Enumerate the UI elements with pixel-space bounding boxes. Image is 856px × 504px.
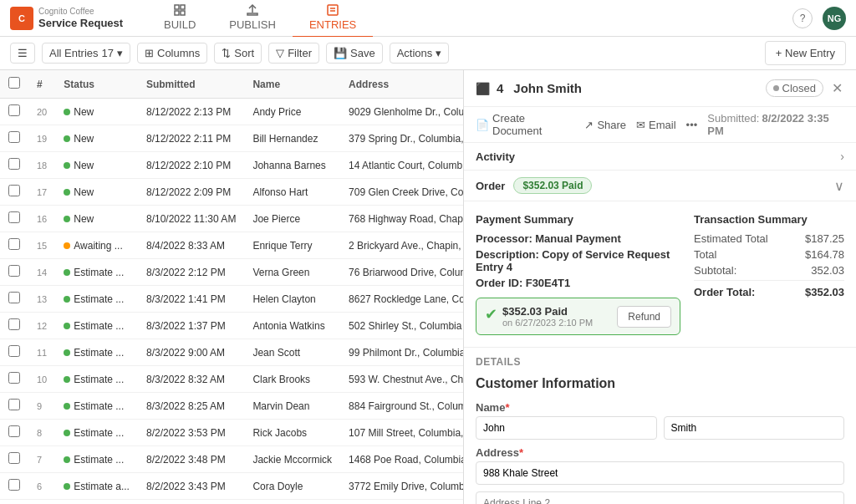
row-checkbox[interactable] xyxy=(8,131,20,143)
table-row[interactable]: 15 Awaiting ... 8/4/2022 8:33 AM Enrique… xyxy=(0,232,463,259)
detail-header: ⬛ 4 John Smith Closed ✕ xyxy=(464,70,856,107)
row-submitted: 8/12/2022 2:13 PM xyxy=(138,99,244,125)
svg-rect-1 xyxy=(181,5,185,9)
row-submitted: 8/3/2022 2:12 PM xyxy=(138,259,244,286)
row-checkbox[interactable] xyxy=(8,211,20,223)
sort-btn[interactable]: ⇅ Sort xyxy=(214,43,262,64)
save-label: Save xyxy=(350,47,375,59)
row-submitted: 8/3/2022 8:32 AM xyxy=(138,366,244,393)
nav-right: ? NG xyxy=(792,7,846,30)
all-entries-select[interactable]: All Entries 17 ▾ xyxy=(42,43,130,64)
col-submitted: Submitted xyxy=(138,70,244,99)
actions-btn[interactable]: Actions ▾ xyxy=(390,43,450,64)
row-name: Rick Jacobs xyxy=(244,420,340,446)
row-checkbox[interactable] xyxy=(8,479,20,491)
save-btn[interactable]: 💾 Save xyxy=(326,43,383,64)
row-checkbox[interactable] xyxy=(8,318,20,330)
filter-icon: ▽ xyxy=(276,47,284,59)
address2-input[interactable] xyxy=(476,491,844,504)
help-icon[interactable]: ? xyxy=(792,8,813,28)
row-checkbox[interactable] xyxy=(8,425,20,437)
table-row[interactable]: 8 Estimate ... 8/2/2022 3:53 PM Rick Jac… xyxy=(0,420,463,446)
row-submitted: 8/4/2022 8:33 AM xyxy=(138,232,244,259)
email-label: Email xyxy=(649,119,676,131)
row-checkbox[interactable] xyxy=(8,238,20,250)
description-row: Description: Copy of Service Request Ent… xyxy=(476,248,680,273)
table-row[interactable]: 6 Estimate a... 8/2/2022 3:43 PM Cora Do… xyxy=(0,473,463,500)
row-checkbox[interactable] xyxy=(8,452,20,464)
row-status: New xyxy=(55,206,138,232)
row-submitted: 8/3/2022 9:00 AM xyxy=(138,339,244,366)
order-badge[interactable]: $352.03 Paid xyxy=(513,177,592,194)
table-row[interactable]: 18 New 8/12/2022 2:10 PM Johanna Barnes … xyxy=(0,152,463,179)
nav-tab-entries[interactable]: ENTRIES xyxy=(293,0,373,38)
row-checkbox[interactable] xyxy=(8,399,20,410)
row-num: 6 xyxy=(28,473,55,500)
address2-row xyxy=(476,491,844,504)
refund-btn[interactable]: Refund xyxy=(617,306,671,328)
processor-row: Processor: Manual Payment xyxy=(476,232,680,245)
row-checkbox[interactable] xyxy=(8,372,20,384)
create-doc-label: Create Document xyxy=(492,112,574,137)
nav-tab-build[interactable]: BUILD xyxy=(147,0,212,38)
more-actions-btn[interactable]: ••• xyxy=(686,119,698,131)
select-all-checkbox[interactable] xyxy=(8,77,20,89)
row-address: 8627 Rockledge Lane, Columbia, South Car… xyxy=(340,286,463,313)
row-name: Enrique Terry xyxy=(244,232,340,259)
first-name-input[interactable] xyxy=(476,416,657,440)
row-name: Antonia Watkins xyxy=(244,313,340,339)
user-avatar[interactable]: NG xyxy=(823,7,846,30)
row-status: Estimate ... xyxy=(55,393,138,420)
transaction-title: Transaction Summary xyxy=(694,213,844,226)
collapse-icon: ☰ xyxy=(18,47,28,59)
table-row[interactable]: 20 New 8/12/2022 2:13 PM Andy Price 9029… xyxy=(0,99,463,125)
activity-section[interactable]: Activity › xyxy=(464,143,856,171)
table-row[interactable]: 12 Estimate ... 8/3/2022 1:37 PM Antonia… xyxy=(0,313,463,339)
paid-amount: $352.03 Paid xyxy=(502,305,593,318)
table-row[interactable]: 9 Estimate ... 8/3/2022 8:25 AM Marvin D… xyxy=(0,393,463,420)
row-checkbox[interactable] xyxy=(8,292,20,303)
paid-date: on 6/27/2023 2:10 PM xyxy=(502,318,593,328)
table-row[interactable]: 16 New 8/10/2022 11:30 AM Joe Pierce 768… xyxy=(0,206,463,232)
table-row[interactable]: 13 Estimate ... 8/3/2022 1:41 PM Helen C… xyxy=(0,286,463,313)
table-row[interactable]: 10 Estimate ... 8/3/2022 8:32 AM Clark B… xyxy=(0,366,463,393)
table-row[interactable]: 11 Estimate ... 8/3/2022 9:00 AM Jean Sc… xyxy=(0,339,463,366)
row-checkbox[interactable] xyxy=(8,265,20,277)
columns-btn[interactable]: ⊞ Columns xyxy=(137,43,207,64)
table-row[interactable]: 5 Estimate ... 8/2/2022 3:38 PM Cesar Al… xyxy=(0,500,463,505)
last-name-input[interactable] xyxy=(664,416,845,440)
entries-table: # Status Submitted Name Address Pho 20 N… xyxy=(0,70,463,504)
order-collapse-btn[interactable]: ∨ xyxy=(834,178,844,194)
create-document-link[interactable]: 📄 Create Document xyxy=(476,112,574,137)
email-link[interactable]: ✉ Email xyxy=(636,119,676,131)
new-entry-btn[interactable]: + New Entry xyxy=(765,41,846,65)
filter-btn[interactable]: ▽ Filter xyxy=(268,43,319,64)
product-name: Service Request xyxy=(38,17,123,30)
svg-rect-3 xyxy=(181,11,185,15)
nav-tab-publish[interactable]: PUBLISH xyxy=(212,0,293,38)
table-row[interactable]: 7 Estimate ... 8/2/2022 3:48 PM Jackie M… xyxy=(0,446,463,473)
row-status: Estimate ... xyxy=(55,339,138,366)
row-status: Estimate ... xyxy=(55,446,138,473)
row-checkbox[interactable] xyxy=(8,345,20,357)
transaction-summary: Transaction Summary Estimated Total $187… xyxy=(694,213,844,335)
row-checkbox[interactable] xyxy=(8,158,20,170)
collapse-btn[interactable]: ☰ xyxy=(10,43,35,64)
table-row[interactable]: 19 New 8/12/2022 2:11 PM Bill Hernandez … xyxy=(0,125,463,152)
row-name: Marvin Dean xyxy=(244,393,340,420)
row-checkbox[interactable] xyxy=(8,185,20,196)
address-field-label: Address* xyxy=(476,446,844,459)
share-link[interactable]: ↗ Share xyxy=(584,119,626,131)
table-row[interactable]: 17 New 8/12/2022 2:09 PM Alfonso Hart 70… xyxy=(0,179,463,206)
details-section: Details Customer Information Name* Addre… xyxy=(464,348,856,504)
row-num: 20 xyxy=(28,99,55,125)
columns-label: Columns xyxy=(157,47,200,59)
name-field-label: Name* xyxy=(476,401,844,414)
table-row[interactable]: 14 Estimate ... 8/3/2022 2:12 PM Verna G… xyxy=(0,259,463,286)
sort-label: Sort xyxy=(234,47,254,59)
address1-input[interactable] xyxy=(476,461,844,485)
row-status: New xyxy=(55,152,138,179)
row-checkbox[interactable] xyxy=(8,104,20,116)
filter-label: Filter xyxy=(288,47,312,59)
close-detail-btn[interactable]: ✕ xyxy=(830,79,844,98)
